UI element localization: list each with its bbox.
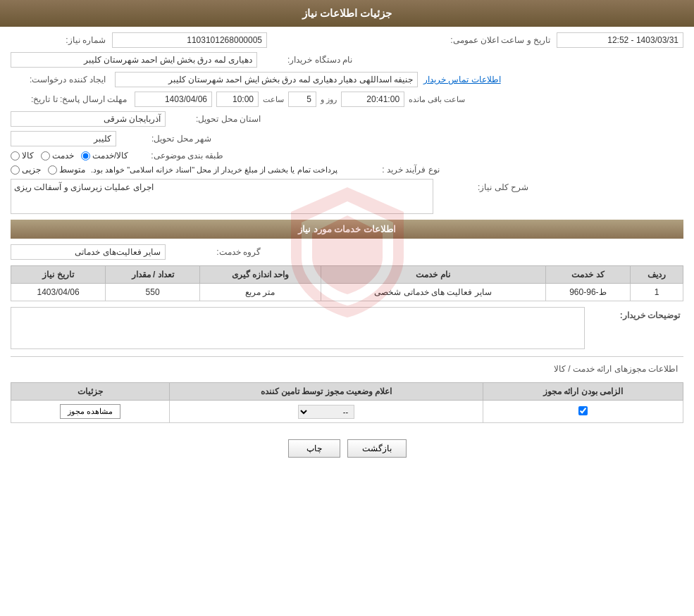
creator-label: ایجاد کننده درخواست: bbox=[11, 75, 109, 84]
announce-date-value: 1403/03/31 - 12:52 bbox=[557, 32, 683, 48]
deadline-remaining: 20:41:00 bbox=[341, 92, 404, 107]
cell-quantity: 550 bbox=[106, 284, 200, 301]
province-label: استان محل تحویل: bbox=[166, 114, 264, 124]
table-row: 1ط-96-960سایر فعالیت های خدماتی شخصیمتر … bbox=[11, 284, 683, 301]
service-group-label: گروه خدمت: bbox=[166, 247, 264, 257]
deadline-remaining-label: ساعت باقی مانده bbox=[409, 95, 465, 104]
col-header-code: کد خدمت bbox=[545, 266, 631, 284]
city-value: کلیبر bbox=[11, 131, 116, 146]
col-header-name: نام خدمت bbox=[321, 266, 545, 284]
license-col-required: الزامی بودن ارائه مجوز bbox=[483, 383, 683, 401]
cell-code: ط-96-960 bbox=[545, 284, 631, 301]
page-title: جزئیات اطلاعات نیاز bbox=[302, 7, 392, 19]
service-group-value: سایر فعالیت‌های خدماتی bbox=[11, 244, 166, 260]
services-table: ردیف کد خدمت نام خدمت واحد اندازه گیری ت… bbox=[11, 265, 683, 301]
buyer-notes-label: توضیحات خریدار: bbox=[585, 307, 683, 320]
license-required-cell bbox=[483, 401, 683, 423]
col-header-qty: تعداد / مقدار bbox=[106, 266, 200, 284]
category-label: طبقه بندی موضوعی: bbox=[128, 151, 227, 161]
category-khedmat-label: خدمت bbox=[52, 151, 74, 161]
category-khedmat-item: خدمت bbox=[41, 151, 74, 161]
category-kala-label: کالا bbox=[22, 151, 34, 161]
license-col-details: جزئیات bbox=[11, 383, 170, 401]
col-header-row: ردیف bbox=[631, 266, 683, 284]
announce-date-label: تاریخ و ساعت اعلان عمومی: bbox=[450, 35, 554, 45]
license-table-wrapper: الزامی بودن ارائه مجوز اعلام وضعیت مجوز … bbox=[11, 382, 683, 423]
deadline-time-label: ساعت bbox=[263, 95, 284, 104]
license-status-cell: -- bbox=[170, 401, 483, 423]
deadline-label: مهلت ارسال پاسخ: تا تاریخ: bbox=[11, 94, 130, 104]
province-value: آذربایجان شرقی bbox=[11, 111, 166, 127]
creator-value: جنیفه اسداللهی دهیار دهیاری لمه درق بخش … bbox=[115, 72, 418, 87]
process-motavaset-label: متوسط bbox=[59, 165, 85, 175]
need-number-value: 1103101268000005 bbox=[112, 32, 267, 48]
buyer-org-label: نام دستگاه خریدار: bbox=[257, 55, 356, 65]
category-kala-item: کالا bbox=[11, 151, 34, 161]
category-kala-radio[interactable] bbox=[11, 151, 20, 161]
process-label: نوع فرآیند خرید : bbox=[345, 165, 443, 175]
deadline-time: 10:00 bbox=[216, 92, 259, 107]
cell-date: 1403/04/06 bbox=[11, 284, 106, 301]
process-motavaset-item: متوسط bbox=[48, 165, 85, 175]
cell-name: سایر فعالیت های خدماتی شخصی bbox=[321, 284, 545, 301]
process-motavaset-radio[interactable] bbox=[48, 165, 57, 175]
bottom-buttons: بازگشت چاپ bbox=[11, 429, 683, 468]
category-kala-khedmat-item: کالا/خدمت bbox=[81, 151, 128, 161]
cell-unit: متر مربع bbox=[200, 284, 321, 301]
process-jozi-item: جزیی bbox=[11, 165, 41, 175]
col-header-unit: واحد اندازه گیری bbox=[200, 266, 321, 284]
city-label: شهر محل تحویل: bbox=[116, 134, 215, 144]
category-radio-group: کالا/خدمت خدمت کالا bbox=[11, 151, 128, 161]
license-status-select[interactable]: -- bbox=[298, 405, 354, 419]
license-section: اطلاعات مجوزهای ارائه خدمت / کالا الزامی… bbox=[11, 356, 683, 423]
page-header: جزئیات اطلاعات نیاز bbox=[0, 0, 694, 27]
buyer-notes-section: توضیحات خریدار: bbox=[11, 307, 683, 349]
description-value: اجرای عملیات زیرسازی و آسفالت ریزی bbox=[11, 179, 433, 214]
services-table-wrapper: ردیف کد خدمت نام خدمت واحد اندازه گیری ت… bbox=[11, 265, 683, 301]
license-table: الزامی بودن ارائه مجوز اعلام وضعیت مجوز … bbox=[11, 382, 683, 423]
description-label: شرح کلی نیاز: bbox=[433, 179, 532, 192]
buyer-notes-box bbox=[11, 307, 585, 349]
buyer-org-value: دهیاری لمه درق بخش ایش احمد شهرستان کلیب… bbox=[11, 52, 257, 68]
process-jozi-label: جزیی bbox=[22, 165, 41, 175]
deadline-days: 5 bbox=[288, 92, 316, 107]
license-section-title: اطلاعات مجوزهای ارائه خدمت / کالا bbox=[11, 361, 683, 377]
process-note: پرداخت تمام یا بخشی از مبلغ خریدار از مح… bbox=[91, 165, 337, 175]
deadline-days-label: روز و bbox=[321, 95, 337, 104]
cell-row: 1 bbox=[631, 284, 683, 301]
contact-link[interactable]: اطلاعات تماس خریدار bbox=[423, 75, 501, 84]
category-khedmat-radio[interactable] bbox=[41, 151, 50, 161]
view-license-button[interactable]: مشاهده مجوز bbox=[60, 404, 120, 419]
process-radio-group: متوسط جزیی bbox=[11, 165, 85, 175]
deadline-date: 1403/04/06 bbox=[135, 92, 212, 107]
category-kala-khedmat-radio[interactable] bbox=[81, 151, 90, 161]
license-required-checkbox[interactable] bbox=[578, 406, 588, 415]
services-section-title: اطلاعات خدمات مورد نیاز bbox=[11, 220, 683, 239]
category-kala-khedmat-label: کالا/خدمت bbox=[92, 151, 128, 161]
back-button[interactable]: بازگشت bbox=[347, 439, 407, 458]
license-row: -- مشاهده مجوز bbox=[11, 401, 683, 423]
license-col-status: اعلام وضعیت مجوز توسط تامین کننده bbox=[170, 383, 483, 401]
need-number-label: شماره نیاز: bbox=[11, 35, 109, 45]
license-details-cell: مشاهده مجوز bbox=[11, 401, 170, 423]
col-header-date: تاریخ نیاز bbox=[11, 266, 106, 284]
process-jozi-radio[interactable] bbox=[11, 165, 20, 175]
print-button[interactable]: چاپ bbox=[288, 439, 340, 458]
